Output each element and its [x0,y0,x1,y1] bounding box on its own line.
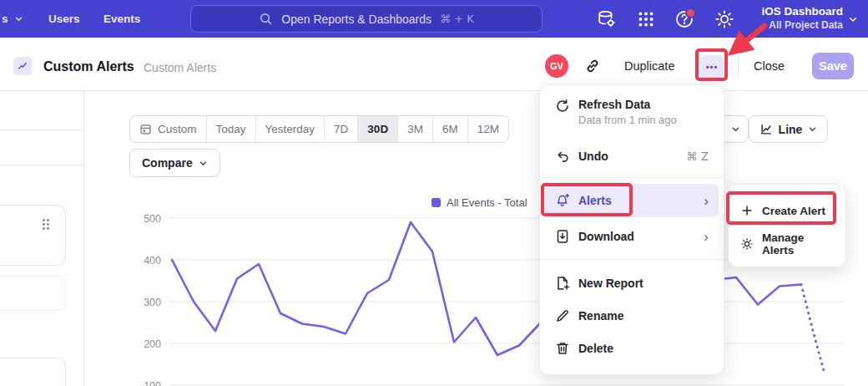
date-range-3m[interactable]: 3M [397,116,432,142]
duplicate-button[interactable]: Duplicate [624,59,674,73]
compare-button[interactable]: Compare [129,149,220,177]
menu-item-delete[interactable]: Delete [540,333,724,363]
date-range-12m[interactable]: 12M [467,116,508,142]
breadcrumb: Custom Alerts [144,61,216,74]
legend-label: All Events - Total [447,196,527,209]
report-type-icon [13,57,32,75]
help-icon[interactable] [674,9,694,29]
svg-text:100: 100 [144,380,161,386]
alerts-submenu: Create Alert Manage Alerts [728,184,846,267]
pencil-icon [555,308,570,323]
svg-text:400: 400 [144,255,161,267]
page-title: Custom Alerts [43,59,134,74]
menu-item-label: Delete [578,342,613,355]
download-icon [555,229,570,244]
copy-link-icon[interactable] [584,58,601,74]
date-range-7d[interactable]: 7D [324,116,357,142]
search-shortcut: ⌘ + K [440,13,474,25]
menu-item-refresh-data[interactable]: Refresh Data Data from 1 min ago [540,96,724,133]
nav-item-events-label: Events [103,13,140,25]
settings-gear-icon[interactable] [714,9,734,29]
project-chevron-down-icon[interactable] [848,14,858,24]
apps-grid-icon[interactable] [636,9,656,29]
menu-item-label: Rename [578,309,623,323]
date-range-6m[interactable]: 6M [432,116,467,142]
date-range-label: Yesterday [265,123,315,135]
menu-item-sublabel: Data from 1 min ago [578,114,677,126]
date-range-label: 6M [442,123,458,135]
legend-swatch [431,198,441,207]
data-management-icon[interactable] [596,9,616,29]
menu-item-rename[interactable]: Rename [540,301,724,331]
date-range-label: 7D [334,123,348,135]
menu-item-label: New Report [578,277,643,290]
chevron-down-icon [808,124,817,134]
menu-item-label: Alerts [578,194,612,207]
search-icon [259,12,273,26]
chevron-down-icon [14,14,23,23]
submenu-chevron-icon: › [704,230,709,244]
nav-item-truncated[interactable]: s [2,0,23,38]
menu-item-label: Download [578,230,634,243]
plus-icon [740,204,754,217]
svg-text:500: 500 [144,213,161,225]
menu-item-shortcut: ⌘ Z [686,150,709,163]
menu-item-label: Refresh Data [578,98,677,111]
date-range-30d[interactable]: 30D [357,116,397,142]
submenu-item-create-alert[interactable]: Create Alert [729,195,845,226]
panel-divider [0,130,83,130]
chart-type-label: Line [779,123,803,136]
trash-icon [555,341,570,356]
close-button[interactable]: Close [754,59,785,73]
search-input[interactable]: Open Reports & Dashboards ⌘ + K [190,5,542,33]
query-builder-card[interactable] [0,276,66,311]
menu-divider [540,177,724,178]
chevron-down-icon [199,159,208,168]
search-placeholder: Open Reports & Dashboards [281,13,431,26]
drag-handle-icon[interactable] [43,219,49,230]
submenu-item-label: Create Alert [762,205,825,217]
project-switcher[interactable]: iOS Dashboard All Project Data [761,4,843,32]
chevron-down-icon [731,124,740,134]
date-range-label: 30D [367,123,388,135]
date-range-custom[interactable]: Custom [130,116,206,142]
nav-item-users[interactable]: Users [48,0,80,38]
menu-item-download[interactable]: Download › [540,221,724,252]
menu-item-new-report[interactable]: New Report [540,268,724,298]
report-header: Custom Alerts Custom Alerts GV Duplicate… [0,38,868,91]
project-title: iOS Dashboard [761,4,843,19]
date-range-yesterday[interactable]: Yesterday [255,116,325,142]
header-divider [738,55,739,79]
menu-divider [540,259,724,260]
gear-icon [740,237,754,251]
submenu-item-manage-alerts[interactable]: Manage Alerts [729,228,845,260]
date-range-control: Custom Today Yesterday 7D 30D 3M 6M 12M [129,115,509,143]
legend-item[interactable]: All Events - Total [431,196,527,209]
top-navigation: s Users Events Open Reports & Dashboards… [0,0,868,38]
avatar[interactable]: GV [545,54,568,78]
nav-item-users-label: Users [48,13,80,25]
submenu-chevron-icon: › [704,194,709,208]
date-range-today[interactable]: Today [206,116,255,142]
refresh-icon [555,99,570,114]
project-subtitle: All Project Data [761,19,843,32]
query-builder-panel [0,90,84,386]
submenu-item-label: Manage Alerts [762,231,834,256]
query-builder-card[interactable] [0,358,66,386]
nav-item-truncated-label: s [2,13,8,25]
nav-item-events[interactable]: Events [103,0,140,38]
save-button[interactable]: Save [812,53,854,79]
undo-icon [555,149,570,164]
panel-divider [0,165,83,165]
date-range-label: 12M [477,123,499,135]
menu-item-undo[interactable]: Undo ⌘ Z [540,141,724,171]
menu-item-alerts[interactable]: Alerts › [545,184,719,217]
query-builder-card[interactable] [0,205,66,266]
chart-type-dropdown[interactable]: Line [749,115,828,143]
app-window: s Users Events Open Reports & Dashboards… [0,0,868,386]
more-options-menu: Refresh Data Data from 1 min ago Undo ⌘ … [539,84,724,375]
svg-text:300: 300 [144,297,161,308]
more-options-button[interactable]: ••• [700,55,724,79]
date-range-label: Custom [158,123,197,135]
compare-label: Compare [142,156,193,170]
